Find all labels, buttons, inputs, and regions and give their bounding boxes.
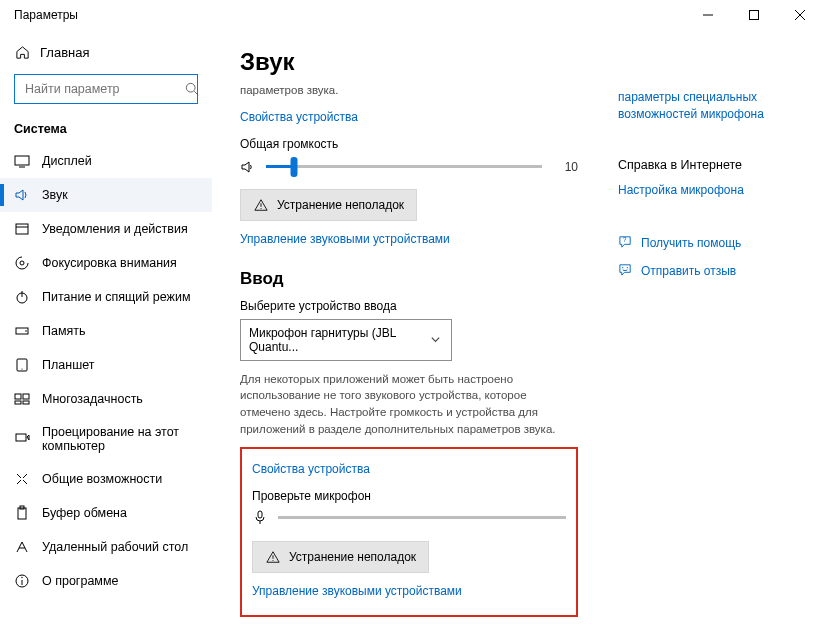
chevron-down-icon <box>427 332 443 348</box>
master-volume-slider[interactable]: 10 <box>240 159 578 175</box>
focus-icon <box>14 255 30 271</box>
power-icon <box>14 289 30 305</box>
sidebar-item-remote-desktop[interactable]: Удаленный рабочий стол <box>0 530 212 564</box>
sidebar-item-projecting[interactable]: Проецирование на этот компьютер <box>0 416 212 462</box>
svg-point-45 <box>622 267 623 268</box>
sidebar-item-label: Удаленный рабочий стол <box>42 540 188 554</box>
help-label: Получить помощь <box>641 236 741 250</box>
sidebar-item-tablet[interactable]: Планшет <box>0 348 212 382</box>
display-icon <box>14 153 30 169</box>
main-content: Звук параметров звука. Свойства устройст… <box>212 30 823 625</box>
sidebar-item-label: Питание и спящий режим <box>42 290 190 304</box>
home-link[interactable]: Главная <box>0 36 212 70</box>
svg-text:?: ? <box>623 236 627 243</box>
manage-input-devices-link[interactable]: Управление звуковыми устройствами <box>252 584 462 598</box>
sidebar-item-label: Звук <box>42 188 68 202</box>
get-help-link[interactable]: ? Получить помощь <box>618 234 798 252</box>
svg-line-22 <box>17 474 21 478</box>
web-help-heading: Справка в Интернете <box>618 158 798 172</box>
sidebar-item-focus-assist[interactable]: Фокусировка внимания <box>0 246 212 280</box>
slider-thumb[interactable] <box>290 157 297 177</box>
svg-rect-1 <box>750 11 759 20</box>
sidebar-item-clipboard[interactable]: Буфер обмена <box>0 496 212 530</box>
manage-output-devices-link[interactable]: Управление звуковыми устройствами <box>240 232 450 246</box>
btn-label: Устранение неполадок <box>289 550 416 564</box>
svg-line-23 <box>23 474 27 478</box>
svg-point-37 <box>272 560 273 561</box>
maximize-button[interactable] <box>731 0 777 30</box>
sidebar-item-about[interactable]: О программе <box>0 564 212 598</box>
accessibility-mic-link[interactable]: параметры специальных возможностей микро… <box>618 89 798 123</box>
sidebar-item-notifications[interactable]: Уведомления и действия <box>0 212 212 246</box>
svg-line-25 <box>23 480 27 484</box>
right-column: параметры специальных возможностей микро… <box>618 48 798 625</box>
close-button[interactable] <box>777 0 823 30</box>
choose-input-label: Выберите устройство ввода <box>240 299 578 313</box>
svg-point-14 <box>25 330 27 332</box>
sidebar: Главная Система Дисплей Звук Уведомления… <box>0 30 212 625</box>
feedback-link[interactable]: Отправить отзыв <box>618 262 798 280</box>
notifications-icon <box>14 221 30 237</box>
home-icon <box>14 44 30 60</box>
shared-icon <box>14 471 30 487</box>
mic-level-meter <box>252 509 566 525</box>
output-device-properties-link[interactable]: Свойства устройства <box>240 110 358 124</box>
sidebar-item-label: Уведомления и действия <box>42 222 188 236</box>
input-heading: Ввод <box>240 269 578 289</box>
window-controls <box>685 0 823 30</box>
page-title: Звук <box>240 48 578 76</box>
svg-line-5 <box>194 91 198 95</box>
help-icon: ? <box>618 234 633 252</box>
feedback-label: Отправить отзыв <box>641 264 736 278</box>
input-device-dropdown[interactable]: Микрофон гарнитуры (JBL Quantu... <box>240 319 452 361</box>
svg-point-31 <box>21 577 22 578</box>
svg-rect-34 <box>258 511 262 518</box>
multitasking-icon <box>14 391 30 407</box>
slider-track[interactable] <box>266 165 542 168</box>
test-mic-label: Проверьте микрофон <box>252 489 566 503</box>
output-troubleshoot-button[interactable]: Устранение неполадок <box>240 189 417 221</box>
clipboard-icon <box>14 505 30 521</box>
sidebar-section-label: Система <box>0 118 212 144</box>
mic-setup-link[interactable]: Настройка микрофона <box>618 183 744 197</box>
mic-track <box>278 516 566 519</box>
minimize-button[interactable] <box>685 0 731 30</box>
warning-icon <box>265 549 281 565</box>
sidebar-item-label: Фокусировка внимания <box>42 256 177 270</box>
svg-rect-19 <box>15 401 21 404</box>
svg-point-46 <box>627 267 628 268</box>
home-label: Главная <box>40 45 89 60</box>
speaker-icon <box>240 159 256 175</box>
sidebar-item-label: Дисплей <box>42 154 92 168</box>
sidebar-item-label: Проецирование на этот компьютер <box>42 425 198 453</box>
partial-text: параметров звука. <box>240 82 578 99</box>
sidebar-item-storage[interactable]: Память <box>0 314 212 348</box>
svg-point-4 <box>186 83 195 92</box>
storage-icon <box>14 323 30 339</box>
sidebar-item-power[interactable]: Питание и спящий режим <box>0 280 212 314</box>
master-volume-label: Общая громкость <box>240 137 578 151</box>
search-input[interactable] <box>23 81 184 97</box>
sidebar-item-label: О программе <box>42 574 118 588</box>
about-icon <box>14 573 30 589</box>
search-icon <box>184 81 200 97</box>
input-troubleshoot-button[interactable]: Устранение неполадок <box>252 541 429 573</box>
input-note: Для некоторых приложений может быть наст… <box>240 371 578 438</box>
svg-line-24 <box>17 480 21 484</box>
search-box[interactable] <box>14 74 198 104</box>
sidebar-item-label: Буфер обмена <box>42 506 127 520</box>
warning-icon <box>253 197 269 213</box>
projecting-icon <box>14 431 30 447</box>
svg-rect-26 <box>18 508 26 519</box>
sidebar-item-multitasking[interactable]: Многозадачность <box>0 382 212 416</box>
svg-rect-20 <box>23 401 29 404</box>
sidebar-item-label: Многозадачность <box>42 392 143 406</box>
input-device-properties-link[interactable]: Свойства устройства <box>252 462 370 476</box>
feedback-icon <box>618 262 633 280</box>
sidebar-item-display[interactable]: Дисплей <box>0 144 212 178</box>
svg-rect-8 <box>16 224 28 234</box>
sidebar-item-shared[interactable]: Общие возможности <box>0 462 212 496</box>
sidebar-item-label: Память <box>42 324 86 338</box>
sidebar-item-label: Планшет <box>42 358 94 372</box>
sidebar-item-sound[interactable]: Звук <box>0 178 212 212</box>
